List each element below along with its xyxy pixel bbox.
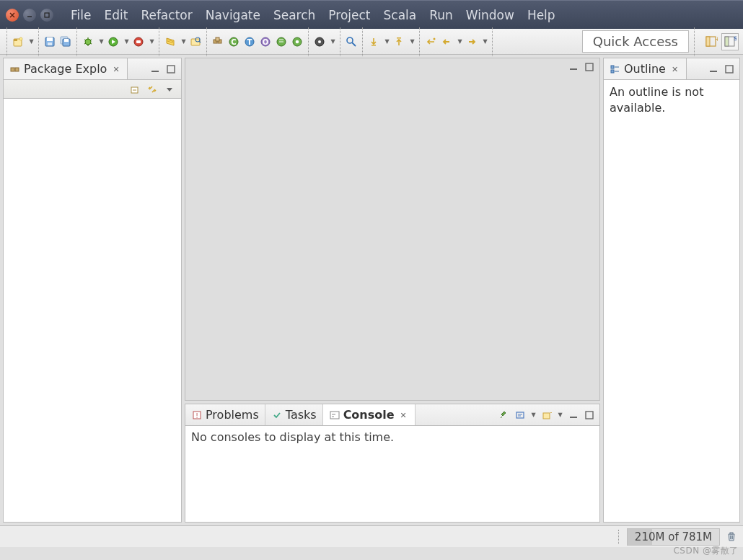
collapse-all-button[interactable] — [129, 84, 141, 95]
toolbar-separator — [419, 27, 420, 56]
scala-perspective-button[interactable]: S — [721, 33, 739, 50]
debug-button[interactable] — [81, 35, 95, 49]
new-trait-button[interactable]: T — [242, 35, 257, 49]
window-maximize-button[interactable] — [40, 9, 53, 22]
menu-scala[interactable]: Scala — [378, 5, 423, 25]
svg-rect-54 — [586, 412, 593, 419]
view-menu-button[interactable] — [164, 84, 175, 95]
heap-status[interactable]: 210M of 781M — [627, 528, 720, 546]
new-interpreter-dropdown[interactable]: ▼ — [330, 35, 336, 49]
problems-icon: ! — [191, 409, 203, 421]
maximize-view-button[interactable] — [165, 63, 177, 75]
previous-annotation-dropdown[interactable]: ▼ — [409, 35, 416, 49]
console-maximize-button[interactable] — [584, 409, 595, 421]
problems-tab[interactable]: ! Problems — [185, 404, 265, 425]
console-minimize-button[interactable] — [568, 409, 579, 421]
main-toolbar: ▼ ▼ ▼ ▼ ▼ C T O ▼ ▼ ▼ ▼ — [0, 29, 743, 55]
new-scala-element-button[interactable] — [163, 35, 177, 49]
minimize-view-button[interactable] — [149, 63, 161, 75]
back-dropdown[interactable]: ▼ — [457, 35, 463, 49]
open-console-dropdown[interactable]: ▼ — [557, 408, 563, 422]
outline-minimize-button[interactable] — [708, 63, 719, 75]
display-selected-console-dropdown[interactable]: ▼ — [530, 408, 537, 422]
previous-annotation-button[interactable] — [392, 35, 406, 49]
outline-title: Outline — [624, 62, 666, 76]
new-scala-object-button[interactable] — [290, 35, 304, 49]
svg-rect-43 — [167, 66, 175, 73]
menu-file[interactable]: File — [65, 5, 97, 25]
console-icon — [329, 409, 340, 421]
new-interpreter-button[interactable] — [312, 35, 327, 49]
package-explorer-toolbar — [4, 80, 181, 99]
new-scala-element-dropdown[interactable]: ▼ — [180, 35, 187, 49]
garbage-collect-button[interactable] — [726, 530, 739, 543]
window-minimize-button[interactable] — [23, 9, 36, 22]
svg-point-3 — [19, 37, 22, 40]
svg-text:O: O — [263, 38, 269, 46]
svg-rect-42 — [151, 71, 159, 72]
forward-dropdown[interactable]: ▼ — [482, 35, 488, 49]
svg-rect-5 — [47, 37, 53, 41]
tasks-tab[interactable]: Tasks — [265, 404, 323, 425]
new-wizard-dropdown[interactable]: ▼ — [28, 35, 35, 49]
outline-maximize-button[interactable] — [724, 63, 735, 75]
run-last-tool-button[interactable] — [131, 35, 146, 49]
menu-project[interactable]: Project — [322, 5, 376, 25]
menu-navigate[interactable]: Navigate — [200, 5, 266, 25]
toolbar-separator — [362, 27, 363, 56]
menu-refactor[interactable]: Refactor — [135, 5, 198, 25]
next-annotation-dropdown[interactable]: ▼ — [384, 35, 390, 49]
window-close-button[interactable] — [6, 9, 19, 22]
toolbar-separator — [6, 27, 7, 56]
quick-access-input[interactable]: Quick Access — [582, 30, 689, 53]
save-all-button[interactable] — [58, 35, 73, 49]
console-body: No consoles to display at this time. — [185, 426, 599, 522]
save-button[interactable] — [43, 35, 57, 49]
package-explorer-close-icon[interactable]: ✕ — [113, 65, 121, 74]
menu-window[interactable]: Window — [460, 5, 520, 25]
console-tab[interactable]: Console ✕ — [323, 404, 416, 425]
editor-maximize-button[interactable] — [584, 61, 595, 73]
search-button[interactable] — [344, 35, 359, 49]
menu-run[interactable]: Run — [423, 5, 459, 25]
link-with-editor-button[interactable] — [146, 84, 158, 95]
debug-dropdown[interactable]: ▼ — [98, 35, 105, 49]
display-selected-console-button[interactable] — [514, 409, 526, 421]
pin-console-button[interactable] — [498, 409, 510, 421]
center-area: ! Problems Tasks Console ✕ ▼ + ▼ — [185, 58, 600, 523]
svg-text:!: ! — [195, 412, 198, 419]
new-object-button[interactable]: O — [258, 35, 273, 49]
new-scala-class-button[interactable] — [274, 35, 289, 49]
editor-minimize-button[interactable] — [568, 61, 579, 73]
open-perspective-button[interactable]: + — [704, 35, 718, 49]
menu-edit[interactable]: Edit — [98, 5, 133, 25]
outline-tab[interactable]: Outline ✕ — [604, 58, 687, 79]
toolbar-separator — [308, 27, 309, 56]
forward-button[interactable] — [465, 35, 479, 49]
svg-text:+: + — [550, 410, 552, 416]
last-edit-location-button[interactable] — [423, 35, 438, 49]
package-explorer-icon — [9, 63, 21, 75]
next-annotation-button[interactable] — [366, 35, 381, 49]
open-console-button[interactable]: + — [541, 409, 553, 421]
new-package-button[interactable] — [211, 35, 225, 49]
editor-area — [185, 58, 600, 401]
svg-text:C: C — [231, 38, 236, 46]
package-explorer-title: Package Explo — [24, 62, 107, 76]
new-class-button[interactable]: C — [227, 35, 241, 49]
new-wizard-button[interactable] — [11, 35, 25, 49]
open-type-button[interactable] — [188, 35, 203, 49]
menu-help[interactable]: Help — [522, 5, 561, 25]
outline-close-icon[interactable]: ✕ — [672, 65, 680, 74]
svg-point-30 — [347, 37, 353, 43]
menu-search[interactable]: Search — [268, 5, 321, 25]
back-button[interactable] — [439, 35, 454, 49]
svg-rect-51 — [543, 413, 550, 419]
package-explorer-tab[interactable]: Package Explo ✕ — [4, 58, 128, 79]
run-last-tool-dropdown[interactable]: ▼ — [149, 35, 155, 49]
svg-rect-46 — [586, 63, 593, 71]
run-dropdown[interactable]: ▼ — [123, 35, 130, 49]
run-button[interactable] — [106, 35, 120, 49]
svg-rect-38 — [725, 37, 729, 46]
console-close-icon[interactable]: ✕ — [400, 411, 409, 419]
